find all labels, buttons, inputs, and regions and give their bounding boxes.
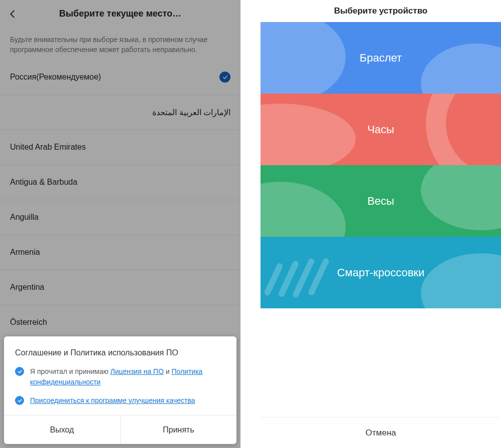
country-name: Россия(Рекомендуемое)	[10, 73, 101, 82]
country-row[interactable]: United Arab Emirates	[0, 130, 240, 165]
check-icon	[219, 72, 230, 83]
accept-license-row[interactable]: Я прочитал и принимаю Лицензия на ПО и П…	[15, 366, 225, 387]
page-title: Выберите устройство	[261, 0, 501, 22]
country-row[interactable]: الإمارات العربية المتحدة	[0, 95, 240, 130]
svg-point-1	[421, 44, 501, 94]
device-tile-shoe[interactable]: Смарт-кроссовки	[261, 237, 501, 308]
tile-label: Браслет	[360, 52, 402, 65]
svg-point-3	[436, 94, 501, 165]
country-row[interactable]: Argentina	[0, 270, 240, 305]
device-tile-band[interactable]: Браслет	[261, 22, 501, 94]
license-link[interactable]: Лицензия на ПО	[110, 367, 163, 375]
country-row[interactable]: Armenia	[0, 235, 240, 270]
svg-point-10	[421, 253, 501, 308]
checkbox-checked-icon[interactable]	[15, 367, 24, 376]
svg-point-4	[261, 182, 346, 237]
pane-divider	[240, 0, 261, 448]
country-name: Armenia	[10, 248, 40, 257]
tile-label: Часы	[367, 123, 394, 136]
location-select-screen: Выберите текущее место… Будьте вниматель…	[0, 0, 240, 448]
device-tile-watch[interactable]: Часы	[261, 94, 501, 165]
join-program-row[interactable]: Присоединиться к программе улучшения кач…	[15, 395, 225, 406]
accept-button[interactable]: Принять	[120, 415, 237, 444]
svg-point-0	[261, 22, 346, 94]
tile-label: Смарт-кроссовки	[337, 266, 425, 279]
country-name: الإمارات العربية المتحدة	[152, 108, 230, 117]
left-header: Выберите текущее место…	[0, 0, 240, 28]
svg-point-2	[261, 104, 356, 165]
country-row[interactable]: Österreich	[0, 305, 240, 340]
page-title: Выберите текущее место…	[6, 9, 234, 19]
warning-text: Будьте внимательны при выборе языка, в п…	[0, 28, 240, 60]
program-text: Присоединиться к программе улучшения кач…	[30, 395, 195, 406]
license-text: Я прочитал и принимаю Лицензия на ПО и П…	[30, 366, 225, 387]
country-name: Antigua & Barbuda	[10, 178, 77, 187]
agreement-modal: Соглашение и Политика использования ПО Я…	[4, 336, 236, 444]
country-row[interactable]: Anguilla	[0, 200, 240, 235]
improvement-link[interactable]: Присоединиться к программе улучшения кач…	[30, 396, 195, 404]
cancel-button[interactable]: Отмена	[261, 417, 501, 448]
device-tile-scale[interactable]: Весы	[261, 165, 501, 237]
country-name: Anguilla	[10, 213, 39, 222]
country-name: Österreich	[10, 318, 47, 327]
country-list: Россия(Рекомендуемое) الإمارات العربية ا…	[0, 60, 240, 340]
country-name: Argentina	[10, 283, 45, 292]
modal-actions: Выход Принять	[4, 415, 236, 444]
country-row[interactable]: Antigua & Barbuda	[0, 165, 240, 200]
checkbox-checked-icon[interactable]	[15, 396, 24, 405]
country-row-selected[interactable]: Россия(Рекомендуемое)	[0, 60, 240, 95]
modal-title: Соглашение и Политика использования ПО	[15, 348, 225, 357]
svg-point-5	[421, 165, 501, 230]
exit-button[interactable]: Выход	[4, 415, 120, 444]
device-select-screen: Выберите устройство Браслет Часы Весы См…	[261, 0, 501, 448]
country-name: United Arab Emirates	[10, 143, 86, 152]
tile-label: Весы	[367, 195, 394, 208]
